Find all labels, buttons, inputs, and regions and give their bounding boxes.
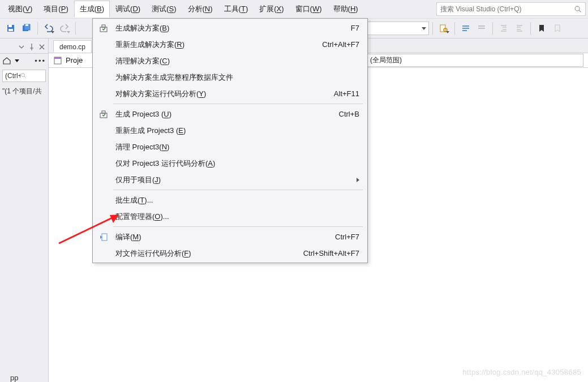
menu-item-label: 清理 Project3(N) (115, 142, 359, 152)
menu-item[interactable]: 重新生成解决方案(R)Ctrl+Alt+F7 (93, 36, 367, 53)
svg-rect-13 (478, 25, 485, 27)
solution-summary: "(1 个项目/共 (0, 84, 48, 96)
build-icon (97, 24, 110, 33)
menu-separator (113, 190, 363, 190)
svg-rect-14 (478, 28, 485, 29)
menu-help[interactable]: 帮助(H) (328, 1, 364, 18)
toolbar-separator (530, 22, 531, 35)
menu-shortcut: Ctrl+F7 (335, 233, 359, 241)
svg-line-1 (579, 10, 581, 12)
overflow-icon[interactable]: ••• (35, 57, 46, 65)
bookmark-clear-button[interactable] (550, 21, 565, 36)
undo-button[interactable] (41, 21, 56, 36)
svg-point-0 (575, 6, 580, 11)
comment-button[interactable] (458, 21, 473, 36)
menu-item[interactable]: 对解决方案运行代码分析(Y)Alt+F11 (93, 85, 367, 102)
svg-rect-12 (462, 30, 467, 31)
uncomment-button[interactable] (474, 21, 489, 36)
menu-analyze[interactable]: 分析(N) (182, 1, 218, 18)
submenu-arrow-icon (357, 178, 359, 182)
save-button[interactable] (3, 21, 18, 36)
menu-project[interactable]: 项目(P) (38, 1, 74, 18)
svg-line-16 (24, 76, 25, 78)
chevron-down-icon (15, 59, 19, 62)
menu-item-label: 生成 Project3 (U) (115, 109, 339, 119)
menu-test[interactable]: 测试(S) (146, 1, 182, 18)
file-ext-label: pp (10, 374, 18, 382)
home-row[interactable]: ••• (0, 54, 48, 67)
project-icon (53, 56, 62, 65)
redo-button[interactable] (57, 21, 72, 36)
svg-rect-20 (102, 25, 105, 27)
menu-debug[interactable]: 调试(D) (110, 1, 146, 18)
indent-button[interactable] (496, 21, 511, 36)
menu-tools[interactable]: 工具(T) (218, 1, 254, 18)
menu-item-label: 批生成(T)... (115, 195, 359, 205)
svg-point-15 (21, 74, 24, 77)
menu-item-label: 生成解决方案(B) (115, 23, 351, 33)
menu-item-label: 清理解决方案(C) (115, 56, 359, 66)
close-icon[interactable] (38, 43, 46, 51)
menu-shortcut: F7 (351, 24, 359, 32)
menu-shortcut: Ctrl+Shift+Alt+F7 (303, 249, 359, 257)
menu-item-label: 重新生成解决方案(R) (115, 40, 322, 50)
build-icon (97, 110, 110, 119)
menu-item[interactable]: 仅用于项目(J) (93, 171, 367, 188)
menu-item-label: 对文件运行代码分析(F) (115, 248, 303, 259)
dropdown-icon[interactable] (18, 43, 25, 51)
menu-item-label: 重新生成 Project3 (E) (115, 126, 359, 136)
menu-window[interactable]: 窗口(W) (290, 1, 328, 18)
menu-item-label: 仅对 Project3 运行代码分析(A) (115, 158, 359, 169)
solution-search[interactable]: (Ctrl+ (2, 70, 46, 82)
search-text: (Ctrl+ (5, 72, 20, 80)
document-tab[interactable]: demo.cp (53, 40, 92, 53)
menu-item[interactable]: 仅对 Project3 运行代码分析(A) (93, 155, 367, 171)
outdent-button[interactable] (512, 21, 527, 36)
svg-rect-3 (8, 25, 12, 27)
menu-separator (113, 104, 363, 104)
menu-separator (113, 226, 363, 227)
compile-icon (97, 233, 110, 242)
menu-view[interactable]: 视图(V) (2, 1, 38, 18)
svg-rect-22 (102, 111, 105, 113)
solution-explorer: ••• (Ctrl+ "(1 个项目/共 pp (0, 38, 49, 382)
find-in-files-button[interactable] (436, 21, 451, 36)
scope-combo[interactable]: (全局范围) (365, 54, 583, 67)
menu-item[interactable]: 为解决方案生成完整程序数据库文件 (93, 69, 367, 85)
menu-item-label: 仅用于项目(J) (115, 175, 357, 185)
breadcrumb-project[interactable]: Proje (66, 56, 83, 65)
menu-item-label: 编译(M) (115, 232, 335, 242)
svg-rect-18 (54, 57, 61, 59)
menu-item[interactable]: 清理 Project3(N) (93, 139, 367, 155)
menu-item[interactable]: 生成 Project3 (U)Ctrl+B (93, 106, 367, 122)
quick-launch[interactable] (436, 2, 586, 16)
build-menu-dropdown: 生成解决方案(B)F7重新生成解决方案(R)Ctrl+Alt+F7清理解决方案(… (92, 18, 368, 263)
svg-rect-10 (462, 25, 469, 27)
svg-rect-23 (102, 234, 107, 241)
toolbar-separator (492, 22, 493, 35)
watermark: https://blog.csdn.net/qq_43058685 (463, 368, 581, 376)
search-icon (20, 72, 27, 79)
menu-item[interactable]: 编译(M)Ctrl+F7 (93, 229, 367, 245)
toolbar-separator (454, 22, 455, 35)
menu-item-label: 对解决方案运行代码分析(Y) (115, 89, 334, 99)
menu-item[interactable]: 批生成(T)... (93, 192, 367, 208)
search-input[interactable] (440, 5, 574, 13)
menu-shortcut: Alt+F11 (334, 89, 359, 98)
svg-rect-4 (8, 29, 13, 31)
menu-item[interactable]: 对文件运行代码分析(F)Ctrl+Shift+Alt+F7 (93, 245, 367, 261)
menubar: 视图(V) 项目(P) 生成(B) 调试(D) 测试(S) 分析(N) 工具(T… (0, 0, 588, 18)
toolbar-separator (432, 22, 433, 35)
svg-rect-7 (25, 24, 28, 26)
menu-item[interactable]: 配置管理器(O)... (93, 208, 367, 225)
pin-icon[interactable] (28, 43, 36, 51)
menu-item[interactable]: 生成解决方案(B)F7 (93, 20, 367, 36)
menu-item-label: 为解决方案生成完整程序数据库文件 (115, 72, 359, 83)
menu-item[interactable]: 重新生成 Project3 (E) (93, 122, 367, 139)
chevron-down-icon (422, 27, 426, 30)
bookmark-button[interactable] (534, 21, 549, 36)
menu-extensions[interactable]: 扩展(X) (254, 1, 289, 18)
menu-item[interactable]: 清理解决方案(C) (93, 53, 367, 69)
menu-build[interactable]: 生成(B) (74, 1, 110, 18)
save-all-button[interactable] (19, 21, 34, 36)
